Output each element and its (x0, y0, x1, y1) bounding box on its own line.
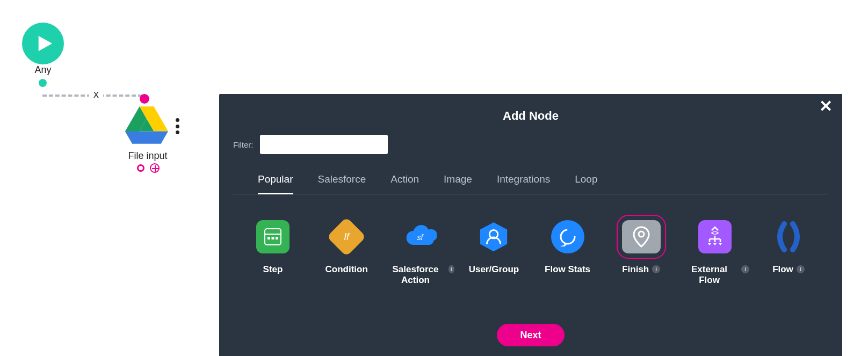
svg-rect-8 (276, 237, 278, 239)
close-button[interactable]: ✕ (819, 100, 833, 112)
panel-title: Add Node (219, 94, 842, 123)
svg-text:<>: <> (711, 229, 719, 237)
add-output-port[interactable] (150, 163, 160, 173)
node-type-salesforce-action[interactable]: sf Salesforce Actioni (386, 220, 454, 286)
node-type-external-flow[interactable]: <> External Flowi (681, 220, 749, 286)
node-label: Step (263, 264, 283, 275)
svg-rect-6 (267, 237, 270, 239)
next-button[interactable]: Next (497, 324, 565, 346)
svg-point-14 (639, 231, 644, 237)
filter-label: Filter: (233, 140, 254, 149)
info-icon[interactable]: i (652, 265, 660, 273)
node-label: User/Group (469, 264, 519, 275)
node-label: Flow (772, 264, 793, 275)
flow-icon (772, 220, 805, 253)
condition-icon: If (327, 217, 366, 257)
node-type-condition[interactable]: If Condition (312, 220, 381, 286)
svg-rect-7 (272, 237, 274, 239)
output-port[interactable] (137, 164, 144, 172)
svg-text:If: If (344, 231, 350, 242)
start-node[interactable] (22, 23, 64, 64)
user-group-icon (477, 220, 510, 253)
drive-node-label: File input (110, 150, 185, 162)
svg-point-13 (561, 230, 575, 244)
flow-canvas[interactable]: Any x File input (0, 0, 215, 356)
node-type-finish[interactable]: Finishi (607, 220, 676, 286)
play-icon (35, 34, 54, 53)
tab-bar: Popular Salesforce Action Image Integrat… (233, 154, 828, 194)
info-icon[interactable]: i (449, 265, 455, 273)
tab-loop[interactable]: Loop (575, 173, 597, 194)
finish-icon (622, 220, 661, 253)
tab-integrations[interactable]: Integrations (497, 173, 550, 194)
external-flow-icon: <> (698, 220, 732, 253)
tab-image[interactable]: Image (444, 173, 472, 194)
info-icon[interactable]: i (797, 265, 805, 273)
filter-row: Filter: (219, 123, 842, 154)
node-label: Condition (325, 264, 367, 275)
node-type-flow-stats[interactable]: Flow Stats (533, 220, 602, 286)
add-node-panel: ✕ Add Node Filter: Popular Salesforce Ac… (219, 94, 842, 356)
node-label: Salesforce Action (386, 264, 445, 286)
google-drive-node[interactable] (122, 103, 171, 147)
drive-node-input-port[interactable] (140, 94, 149, 104)
node-type-list: Step If Condition sf Salesforce Actioni … (219, 194, 842, 286)
start-node-output-port[interactable] (39, 79, 47, 87)
connector-delete-button[interactable]: x (89, 87, 103, 101)
cloud-icon: sf (403, 220, 437, 253)
start-node-label: Any (22, 64, 64, 76)
node-label: Finish (622, 264, 649, 275)
tab-popular[interactable]: Popular (258, 173, 293, 194)
step-icon (256, 220, 290, 253)
node-label: Flow Stats (545, 264, 590, 275)
node-type-step[interactable]: Step (238, 220, 307, 286)
node-more-menu[interactable] (172, 118, 183, 134)
tab-action[interactable]: Action (390, 173, 419, 194)
filter-input[interactable] (260, 135, 388, 154)
svg-marker-2 (125, 132, 168, 144)
node-type-user-group[interactable]: User/Group (459, 220, 528, 286)
google-drive-icon (125, 106, 168, 144)
info-icon[interactable]: i (741, 265, 749, 273)
tab-salesforce[interactable]: Salesforce (318, 173, 366, 194)
node-label: External Flow (681, 264, 738, 286)
node-type-flow[interactable]: Flowi (754, 220, 823, 286)
flow-stats-icon (551, 220, 584, 253)
drive-node-output-ports (137, 163, 160, 173)
